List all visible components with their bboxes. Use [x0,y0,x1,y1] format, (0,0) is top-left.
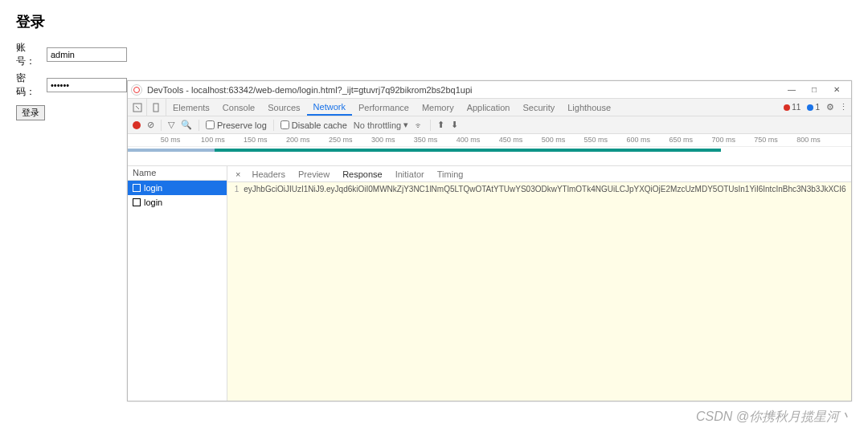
tab-timing[interactable]: Timing [431,169,470,179]
clear-icon[interactable]: ⊘ [147,120,154,130]
tab-lighthouse[interactable]: Lighthouse [561,99,617,116]
devtools-window: DevTools - localhost:63342/web-demo/logi… [127,80,852,401]
time-tick: 450 ms [499,136,523,144]
tab-headers[interactable]: Headers [245,169,292,179]
time-tick: 50 ms [161,136,181,144]
tab-initiator[interactable]: Initiator [389,169,431,179]
document-icon [133,198,141,206]
window-title: DevTools - localhost:63342/web-demo/logi… [147,85,780,95]
filter-icon[interactable]: ▽ [168,120,174,130]
tab-console[interactable]: Console [216,99,261,116]
line-number: 1 [232,185,239,398]
document-icon [133,184,141,192]
time-tick: 650 ms [669,136,693,144]
username-label: 账号： [16,41,42,68]
close-button[interactable]: ✕ [825,82,848,98]
name-column-header[interactable]: Name [128,166,227,181]
tab-response[interactable]: Response [336,169,389,179]
tab-memory[interactable]: Memory [416,99,461,116]
throttling-dropdown[interactable]: No throttling ▾ [354,120,408,130]
time-tick: 250 ms [329,136,353,144]
username-input[interactable] [47,47,127,62]
wifi-icon[interactable]: ᯤ [415,120,424,130]
disable-cache-label: Disable cache [292,120,347,130]
tab-sources[interactable]: Sources [261,99,306,116]
tab-elements[interactable]: Elements [166,99,216,116]
preserve-log-checkbox[interactable] [206,120,215,129]
request-row[interactable]: login [128,181,227,195]
time-tick: 500 ms [542,136,566,144]
record-button[interactable] [133,121,141,129]
request-row[interactable]: login [128,195,227,210]
tab-performance[interactable]: Performance [352,99,416,116]
preserve-log-label: Preserve log [217,120,267,130]
time-tick: 700 ms [711,136,735,144]
time-tick: 750 ms [754,136,778,144]
time-tick: 200 ms [286,136,310,144]
svg-rect-1 [154,104,158,112]
time-tick: 150 ms [244,136,268,144]
upload-icon[interactable]: ⬆ [437,120,444,130]
warning-count[interactable]: 1 [807,103,820,112]
search-icon[interactable]: 🔍 [181,120,192,130]
time-tick: 100 ms [201,136,225,144]
error-count[interactable]: 11 [784,103,800,112]
tab-application[interactable]: Application [461,99,517,116]
tab-network[interactable]: Network [307,99,352,116]
time-tick: 350 ms [414,136,438,144]
disable-cache-checkbox[interactable] [280,120,289,129]
chevron-down-icon: ▾ [403,120,408,130]
maximize-button[interactable]: □ [803,82,825,98]
password-input[interactable] [47,78,127,92]
minimize-button[interactable]: — [780,82,803,98]
close-detail-icon[interactable]: × [231,169,245,179]
login-button[interactable]: 登录 [16,105,45,120]
tab-preview[interactable]: Preview [292,169,336,179]
download-icon[interactable]: ⬇ [451,120,458,130]
tab-security[interactable]: Security [516,99,561,116]
time-tick: 400 ms [457,136,481,144]
time-tick: 800 ms [796,136,821,144]
time-tick: 550 ms [584,136,608,144]
time-tick: 600 ms [627,136,651,144]
inspect-icon[interactable] [128,99,147,116]
password-label: 密码： [16,71,42,99]
timeline-bar [128,149,215,152]
chrome-icon [131,84,142,96]
more-icon[interactable]: ⋮ [839,102,848,112]
device-toggle-icon[interactable] [147,99,166,116]
time-tick: 300 ms [371,136,395,144]
timeline[interactable]: 50 ms100 ms150 ms200 ms250 ms300 ms350 m… [128,134,851,166]
timeline-bar [215,149,721,152]
response-text[interactable]: eyJhbGciOiJIUzI1NiJ9.eyJqd6kiOiI0MWNkZjY… [244,185,846,398]
settings-icon[interactable]: ⚙ [826,102,834,112]
watermark: CSDN @你携秋月揽星河丶 [696,409,852,426]
page-title: 登录 [16,12,852,31]
